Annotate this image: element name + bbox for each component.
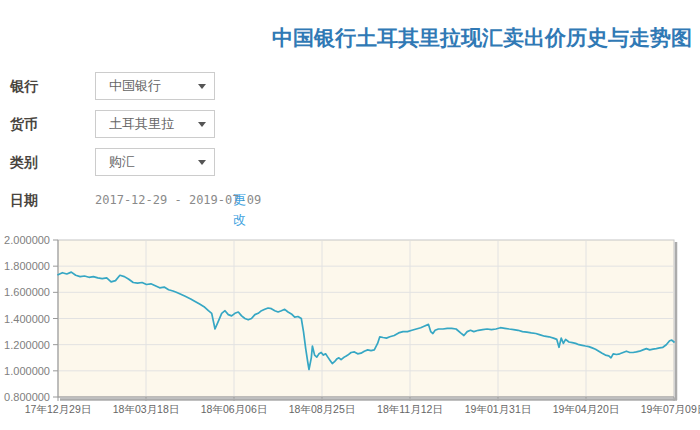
x-axis-label: 18年03月18日 bbox=[113, 403, 180, 415]
x-axis-label: 19年01月31日 bbox=[465, 403, 532, 415]
exchange-rate-page: 中国银行土耳其里拉现汇卖出价历史与走势图 银行 中国银行 货币 土耳其里拉 类别… bbox=[0, 0, 700, 430]
change-date-link[interactable]: 更改 bbox=[233, 190, 246, 230]
x-axis-label: 18年06月06日 bbox=[201, 403, 268, 415]
currency-select-value: 土耳其里拉 bbox=[109, 111, 174, 137]
page-title: 中国银行土耳其里拉现汇卖出价历史与走势图 bbox=[272, 24, 692, 52]
y-axis-label: 2.000000 bbox=[4, 236, 50, 246]
y-axis-label: 1.800000 bbox=[4, 260, 50, 272]
bank-select[interactable]: 中国银行 bbox=[95, 72, 215, 100]
x-axis-label: 19年07月09日 bbox=[641, 403, 700, 415]
bank-select-value: 中国银行 bbox=[109, 73, 161, 99]
caret-down-icon bbox=[198, 122, 206, 127]
currency-label: 货币 bbox=[10, 110, 80, 138]
bank-label: 银行 bbox=[10, 72, 80, 100]
y-axis-label: 1.600000 bbox=[4, 286, 50, 298]
category-label: 类别 bbox=[10, 148, 80, 176]
chart-canvas: 2.0000001.8000001.6000001.4000001.200000… bbox=[0, 236, 700, 430]
y-axis-label: 0.800000 bbox=[4, 391, 50, 403]
x-axis-label: 18年11月12日 bbox=[377, 403, 443, 415]
caret-down-icon bbox=[198, 84, 206, 89]
y-axis-label: 1.200000 bbox=[4, 339, 50, 351]
category-select[interactable]: 购汇 bbox=[95, 148, 215, 176]
x-axis-label: 19年04月20日 bbox=[553, 403, 620, 415]
caret-down-icon bbox=[198, 160, 206, 165]
x-axis-label: 17年12月29日 bbox=[25, 403, 92, 415]
y-axis-label: 1.000000 bbox=[4, 365, 50, 377]
date-label: 日期 bbox=[10, 190, 80, 210]
exchange-rate-chart: 2.0000001.8000001.6000001.4000001.200000… bbox=[0, 236, 700, 430]
currency-select[interactable]: 土耳其里拉 bbox=[95, 110, 215, 138]
y-axis-label: 1.400000 bbox=[4, 313, 50, 325]
x-axis-label: 18年08月25日 bbox=[289, 403, 356, 415]
category-select-value: 购汇 bbox=[109, 149, 135, 175]
